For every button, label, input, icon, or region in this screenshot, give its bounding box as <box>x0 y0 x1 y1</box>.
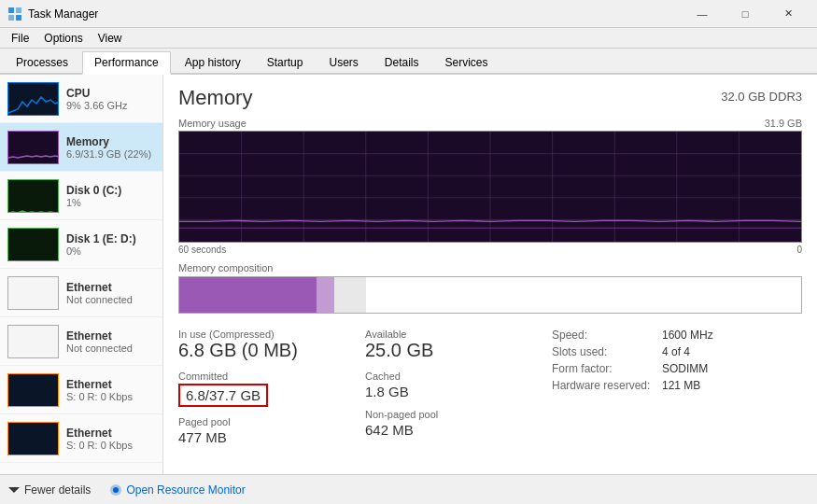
eth4-info: Ethernet S: 0 R: 0 Kbps <box>66 427 155 451</box>
chart-label: Memory usage 31.9 GB <box>178 118 802 129</box>
memory-usage-chart: Memory usage 31.9 GB <box>178 118 802 255</box>
eth3-value: S: 0 R: 0 Kbps <box>66 391 155 402</box>
speed-value: 1600 MHz <box>662 329 713 342</box>
menu-options[interactable]: Options <box>36 30 90 47</box>
svg-rect-2 <box>8 15 14 21</box>
comp-label: Memory composition <box>178 262 802 273</box>
sidebar-item-disk0[interactable]: Disk 0 (C:) 1% <box>0 172 162 220</box>
eth2-label: Ethernet <box>66 329 155 343</box>
eth1-mini-graph <box>7 276 59 310</box>
committed-box: 6.8/37.7 GB <box>178 384 268 407</box>
svg-point-19 <box>113 487 119 493</box>
committed-stat: Committed 6.8/37.7 GB <box>178 371 365 407</box>
panel-header: Memory 32.0 GB DDR3 <box>178 86 802 110</box>
tab-processes[interactable]: Processes <box>4 51 80 73</box>
eth2-value: Not connected <box>66 343 155 354</box>
menu-view[interactable]: View <box>91 30 130 47</box>
cpu-label: CPU <box>66 87 155 100</box>
available-value: 25.0 GB <box>365 340 552 361</box>
eth1-value: Not connected <box>66 294 155 305</box>
memory-composition: Memory composition <box>178 262 802 314</box>
slots-label: Slots used: <box>552 345 655 358</box>
committed-value: 6.8/37.7 GB <box>178 384 365 407</box>
right-stats: Speed: 1600 MHz Slots used: 4 of 4 Form … <box>552 329 802 455</box>
panel-subtitle: 32.0 GB DDR3 <box>721 90 802 104</box>
paged-pool-value: 477 MB <box>178 429 365 445</box>
eth3-mini-graph <box>7 373 59 407</box>
in-use-stat: In use (Compressed) 6.8 GB (0 MB) <box>178 329 365 361</box>
svg-rect-3 <box>16 15 21 21</box>
comp-free <box>366 277 801 313</box>
tab-details[interactable]: Details <box>373 51 431 73</box>
fewer-details-button[interactable]: Fewer details <box>7 483 91 497</box>
in-use-label: In use (Compressed) <box>178 329 365 340</box>
non-paged-stat: Non-paged pool 642 MB <box>365 409 552 438</box>
disk0-label: Disk 0 (C:) <box>66 184 155 197</box>
tab-services[interactable]: Services <box>433 51 500 73</box>
fewer-details-icon <box>7 483 21 497</box>
disk1-label: Disk 1 (E: D:) <box>66 232 155 245</box>
eth4-value: S: 0 R: 0 Kbps <box>66 440 155 451</box>
sidebar-item-disk1[interactable]: Disk 1 (E: D:) 0% <box>0 220 162 269</box>
slots-row: Slots used: 4 of 4 <box>552 345 802 358</box>
cpu-mini-graph <box>7 82 59 116</box>
panel-title: Memory <box>178 86 252 110</box>
chart-container <box>178 131 802 243</box>
paged-pool-stat: Paged pool 477 MB <box>178 416 365 445</box>
eth1-label: Ethernet <box>66 281 155 294</box>
disk1-info: Disk 1 (E: D:) 0% <box>66 232 155 257</box>
comp-standby <box>334 277 365 313</box>
tab-bar: Processes Performance App history Startu… <box>0 49 817 75</box>
comp-bar <box>178 276 802 314</box>
stats-grid: In use (Compressed) 6.8 GB (0 MB) Commit… <box>178 329 802 455</box>
close-button[interactable]: ✕ <box>767 0 810 28</box>
sidebar-item-memory[interactable]: Memory 6.9/31.9 GB (22%) <box>0 123 162 172</box>
hw-reserved-label: Hardware reserved: <box>552 379 655 392</box>
menu-file[interactable]: File <box>4 30 36 47</box>
menu-bar: File Options View <box>0 28 817 49</box>
mem-mini-graph <box>7 131 59 164</box>
cached-value: 1.8 GB <box>365 384 552 399</box>
memory-value: 6.9/31.9 GB (22%) <box>66 148 155 160</box>
cpu-info: CPU 9% 3.66 GHz <box>66 87 155 111</box>
speed-row: Speed: 1600 MHz <box>552 329 802 342</box>
eth2-mini-graph <box>7 325 59 358</box>
right-panel: Memory 32.0 GB DDR3 Memory usage 31.9 GB <box>163 75 817 474</box>
minimize-button[interactable]: — <box>681 0 724 28</box>
sidebar-item-eth3[interactable]: Ethernet S: 0 R: 0 Kbps <box>0 366 162 414</box>
cpu-value: 9% 3.66 GHz <box>66 100 155 111</box>
disk1-value: 0% <box>66 245 155 257</box>
comp-modified <box>317 277 335 313</box>
sidebar-item-eth4[interactable]: Ethernet S: 0 R: 0 Kbps <box>0 414 162 463</box>
eth3-info: Ethernet S: 0 R: 0 Kbps <box>66 378 155 402</box>
speed-label: Speed: <box>552 329 655 342</box>
eth3-label: Ethernet <box>66 378 155 391</box>
eth4-mini-graph <box>7 422 59 455</box>
tab-performance[interactable]: Performance <box>82 51 171 75</box>
chart-time: 60 seconds 0 <box>178 245 802 255</box>
open-resource-monitor-button[interactable]: Open Resource Monitor <box>109 483 245 497</box>
app-icon <box>7 7 22 21</box>
comp-in-use <box>179 277 317 313</box>
form-factor-row: Form factor: SODIMM <box>552 362 802 375</box>
sidebar-item-cpu[interactable]: CPU 9% 3.66 GHz <box>0 75 162 123</box>
tab-app-history[interactable]: App history <box>173 51 253 73</box>
sidebar-item-eth1[interactable]: Ethernet Not connected <box>0 269 162 317</box>
window-title: Task Manager <box>28 7 681 21</box>
non-paged-value: 642 MB <box>365 422 552 438</box>
maximize-button[interactable]: □ <box>724 0 767 28</box>
form-factor-label: Form factor: <box>552 362 655 375</box>
slots-value: 4 of 4 <box>662 345 690 358</box>
eth4-label: Ethernet <box>66 427 155 440</box>
cached-label: Cached <box>365 371 552 382</box>
stats-col1: In use (Compressed) 6.8 GB (0 MB) Commit… <box>178 329 365 455</box>
hw-reserved-value: 121 MB <box>662 379 700 392</box>
main-content: CPU 9% 3.66 GHz Memory 6.9/31.9 GB (22%) <box>0 75 817 474</box>
sidebar: CPU 9% 3.66 GHz Memory 6.9/31.9 GB (22%) <box>0 75 163 474</box>
sidebar-item-eth2[interactable]: Ethernet Not connected <box>0 317 162 366</box>
svg-rect-1 <box>16 7 21 13</box>
tab-users[interactable]: Users <box>317 51 370 73</box>
form-factor-value: SODIMM <box>662 362 708 375</box>
tab-startup[interactable]: Startup <box>255 51 316 73</box>
title-bar: Task Manager — □ ✕ <box>0 0 817 28</box>
